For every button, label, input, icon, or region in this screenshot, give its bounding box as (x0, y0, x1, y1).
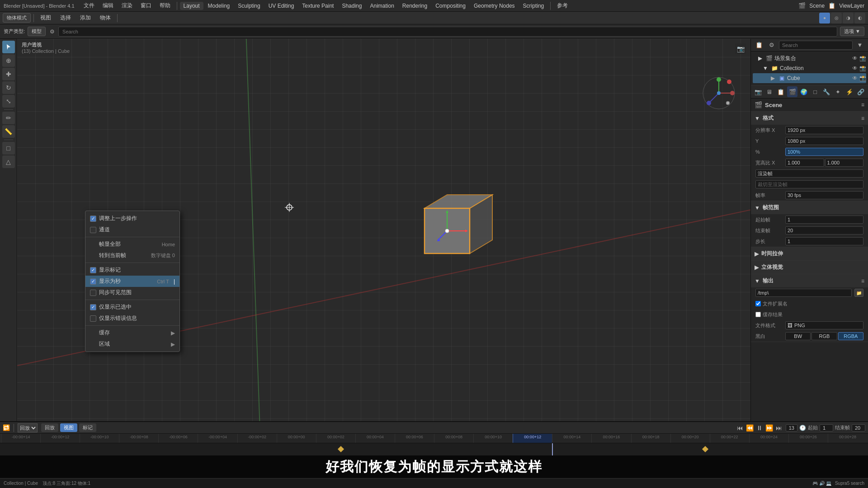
render-frame-btn[interactable]: 渲染帧 (755, 169, 863, 178)
camera-icon[interactable]: 📷 (735, 43, 746, 54)
aspect-y-value[interactable]: 1.000 (825, 159, 864, 167)
asset-filter-icon[interactable]: ⚙ (48, 28, 56, 35)
asset-search-input[interactable] (58, 27, 837, 37)
constraints-icon[interactable]: 🔗 (856, 86, 866, 97)
physics-icon[interactable]: ⚡ (844, 86, 854, 97)
menu-layout[interactable]: Layout (180, 2, 203, 10)
bw-option[interactable]: BW (785, 332, 811, 340)
menu-item-show-marker[interactable]: 显示标记 (85, 264, 179, 276)
view-layer-icon[interactable]: 📋 (776, 86, 786, 97)
menu-select[interactable]: 选择 (57, 13, 75, 23)
menu-edit[interactable]: 编辑 (99, 1, 117, 10)
tool-move[interactable]: ✚ (2, 68, 15, 80)
menu-view[interactable]: 视图 (37, 13, 55, 23)
tool-cursor[interactable]: ⊕ (2, 54, 15, 67)
crop-frame-btn[interactable]: 裁切至渲染帧 (755, 180, 863, 188)
tool-scale[interactable]: ⤡ (2, 95, 15, 108)
cube-vis-icon[interactable]: 👁 (852, 75, 858, 81)
frame-rate-value[interactable]: 30 fps (785, 191, 863, 199)
menu-shading[interactable]: Shading (338, 2, 365, 10)
output-path-value[interactable]: /tmp\ (755, 289, 852, 297)
frame-range-header[interactable]: ▼ 帧范围 (751, 201, 868, 214)
object-props-icon[interactable]: □ (810, 86, 820, 97)
transport-start-icon[interactable]: ⏮ (737, 424, 743, 432)
start-frame-display[interactable]: 1 (820, 424, 833, 432)
transport-end-icon[interactable]: ⏭ (776, 424, 782, 432)
menu-render[interactable]: 渲染 (118, 1, 136, 10)
res-pct-value[interactable]: 100% (785, 148, 863, 156)
menu-animation[interactable]: Animation (366, 2, 397, 10)
time-remap-header[interactable]: ▶ 时间拉伸 (751, 247, 868, 260)
menu-item-channel[interactable]: 通道 (85, 224, 179, 235)
viewport-shading-wire[interactable]: ◎ (831, 13, 842, 23)
outliner-icon[interactable]: 📋 (754, 40, 764, 51)
scene-search-input[interactable] (779, 41, 853, 50)
tree-cube[interactable]: ▶ ▣ Cube 👁 📸 (753, 73, 866, 83)
tree-collection[interactable]: ▼ 📁 Collection 👁 📸 (753, 63, 866, 73)
tool-add-mesh[interactable]: △ (2, 155, 15, 168)
asset-type-dropdown[interactable]: 模型 (28, 27, 46, 36)
transport-play-icon[interactable]: ⏸ (756, 424, 763, 432)
cache-result-checkbox[interactable] (755, 312, 761, 317)
menu-window[interactable]: 窗口 (137, 1, 155, 10)
nav-gizmo[interactable] (701, 75, 737, 111)
frame-rate-select[interactable]: 回放 (18, 423, 38, 432)
stereo-header[interactable]: ▶ 立体视觉 (751, 261, 868, 274)
menu-help[interactable]: 帮助 (156, 1, 174, 10)
menu-item-adjust[interactable]: 调整上一步操作 (85, 213, 179, 224)
menu-modeling[interactable]: Modeling (204, 2, 234, 10)
transport-prev-icon[interactable]: ⏪ (746, 424, 754, 432)
tool-annotate[interactable]: ✏ (2, 112, 15, 124)
filter-icon[interactable]: ▼ (854, 40, 865, 51)
menu-sculpting[interactable]: Sculpting (234, 2, 264, 10)
menu-ref[interactable]: 参考 (553, 1, 571, 10)
menu-item-goto-frame[interactable]: 转到当前帧 数字键盘 0 (85, 250, 179, 261)
scene-props-icon[interactable]: 🎬 (787, 86, 797, 97)
render-props-icon[interactable]: 📷 (753, 86, 763, 97)
rgb-option[interactable]: RGB (811, 332, 837, 340)
viewport[interactable]: 用户透视 (13) Collection | Cube (17, 39, 750, 421)
scene-header-options[interactable]: ≡ (861, 102, 864, 108)
collection-vis-icon[interactable]: 👁 (852, 65, 858, 71)
options-btn[interactable]: 选项 ▼ (840, 27, 864, 36)
menu-item-sync-range[interactable]: 同步可见范围 (85, 287, 179, 298)
collection-render-icon[interactable]: 📸 (859, 65, 866, 71)
format-options[interactable]: ≡ (861, 115, 864, 122)
viewport-shading-solid[interactable]: ● (819, 13, 830, 23)
menu-geometry-nodes[interactable]: Geometry Nodes (470, 2, 519, 10)
keyframe-2[interactable] (702, 446, 708, 452)
viewport-shading-render[interactable]: ◑ (843, 13, 854, 23)
menu-uv-editing[interactable]: UV Editing (265, 2, 298, 10)
start-frame-value[interactable]: 1 (785, 216, 863, 224)
menu-compositing[interactable]: Compositing (432, 2, 469, 10)
output-props-icon[interactable]: 🖥 (764, 86, 774, 97)
tab-marker[interactable]: 标记 (79, 423, 96, 432)
output-browse-btn[interactable]: 📁 (854, 289, 863, 297)
modifier-props-icon[interactable]: 🔧 (821, 86, 832, 97)
keyframe-1[interactable] (338, 446, 344, 452)
menu-item-only-selected[interactable]: 仅显示已选中 (85, 301, 179, 313)
menu-texture-paint[interactable]: Texture Paint (298, 2, 337, 10)
aspect-x-value[interactable]: 1.000 (785, 159, 824, 167)
menu-item-frame-all[interactable]: 帧显全部 Home (85, 239, 179, 250)
scene-render-icon[interactable]: 📸 (859, 55, 866, 61)
properties-icon[interactable]: ⚙ (766, 40, 777, 51)
menu-item-show-seconds[interactable]: 显示为秒 Ctrl T | (85, 276, 179, 287)
tree-scene-collection[interactable]: ▶ 🎬 场景集合 👁 📸 (753, 53, 866, 63)
menu-rendering[interactable]: Rendering (399, 2, 431, 10)
tool-rotate[interactable]: ↻ (2, 81, 15, 94)
tool-measure[interactable]: 📏 (2, 125, 15, 138)
file-ext-checkbox[interactable] (755, 301, 761, 306)
tab-video[interactable]: 回放 (41, 423, 58, 432)
end-frame-value[interactable]: 20 (785, 226, 863, 235)
rgba-option[interactable]: RGBA (838, 332, 863, 340)
tab-view[interactable]: 视图 (60, 423, 77, 432)
viewport-shading-mat[interactable]: ◐ (854, 13, 865, 23)
file-format-value[interactable]: 🖼 PNG (785, 321, 863, 329)
menu-add[interactable]: 添加 (76, 13, 94, 23)
format-section-header[interactable]: ▼ 格式 ≡ (751, 112, 868, 125)
particles-icon[interactable]: ✦ (833, 86, 843, 97)
tool-add-cube[interactable]: □ (2, 142, 15, 155)
menu-item-only-errors[interactable]: 仅显示错误信息 (85, 313, 179, 324)
menu-scripting[interactable]: Scripting (519, 2, 548, 10)
